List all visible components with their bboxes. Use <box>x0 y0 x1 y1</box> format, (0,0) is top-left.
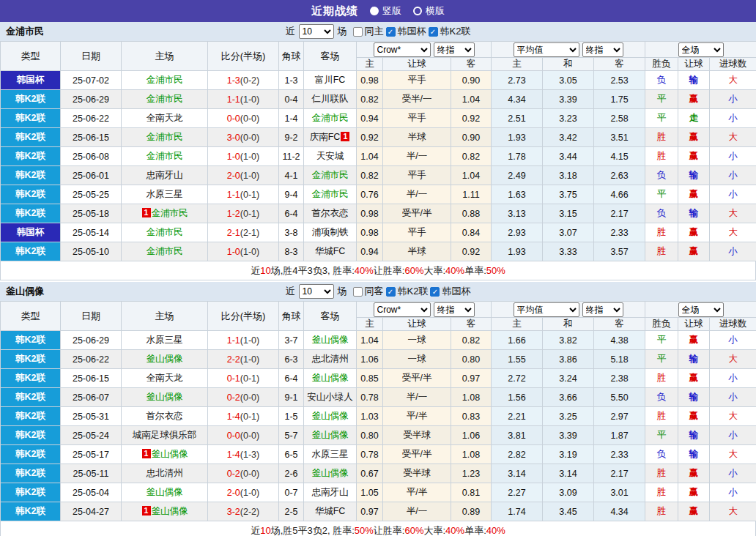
fulltime-score: 0-2 <box>227 469 240 479</box>
home-team-cell: 1釜山偶像 <box>122 445 208 464</box>
summary-part: 近 <box>251 264 260 278</box>
col-header-crow-handicap: 让球 <box>383 58 451 71</box>
home-team-cell: 忠北清州 <box>122 464 208 483</box>
score-cell: 1-3(0-2) <box>208 71 279 90</box>
full-match-select[interactable]: 全场 <box>678 42 724 57</box>
horizontal-radio[interactable] <box>413 7 422 15</box>
avg-away-cell: 4.15 <box>594 147 645 166</box>
fulltime-score: 1-2 <box>227 209 240 219</box>
header-row-selects: 类型日期主场比分(半场)角球客场Crow*终指平均值终指全场 <box>1 42 756 58</box>
fulltime-score: 3-0 <box>227 133 240 143</box>
table-row: 韩K2联25-05-10金浦市民1-0(1-0)8-3华城FC0.94半球0.9… <box>1 242 756 261</box>
odds-away-cell: 1.23 <box>451 464 492 483</box>
date-cell: 25-05-14 <box>61 223 122 242</box>
odds-away-cell: 0.81 <box>451 483 492 502</box>
odds-home-cell: 1.06 <box>357 350 383 369</box>
col-header-away: 客场 <box>304 42 357 71</box>
match-count-select[interactable]: 10 <box>299 24 334 39</box>
table-row: 韩K2联25-06-01忠南牙山2-0(1-0)4-1金浦市民0.82平手1.0… <box>1 166 756 185</box>
col-header-date: 日期 <box>61 42 122 71</box>
team-name-text: 安山小绿人 <box>307 392 353 402</box>
competition-checkbox[interactable]: ✓ <box>429 27 438 37</box>
avg-company-select[interactable]: 平均值 <box>514 42 579 57</box>
avg-select-group: 平均值终指 <box>492 42 645 58</box>
table-row: 韩国杯25-07-02金浦市民1-3(0-2)1-3富川FC0.98平手0.90… <box>1 71 756 90</box>
odds-home-cell: 0.76 <box>357 185 383 204</box>
filter-bar: 近10场同主✓韩国杯✓韩K2联 <box>286 24 471 39</box>
avg-final-select[interactable]: 终指 <box>582 302 623 317</box>
competition-checkbox[interactable]: ✓ <box>386 27 396 37</box>
result-handicap-cell: 赢 <box>678 464 710 483</box>
avg-home-cell: 1.74 <box>492 502 543 521</box>
halftime-score: (0-0) <box>240 113 259 124</box>
table-row: 韩K2联25-05-31首尔衣恋1-4(0-1)1-5釜山偶像1.03平/半0.… <box>1 407 756 426</box>
fulltime-score: 0-2 <box>227 392 240 403</box>
avg-draw-cell: 3.44 <box>543 147 594 166</box>
full-match-select[interactable]: 全场 <box>678 302 724 317</box>
col-header-score: 比分(半场) <box>208 42 279 71</box>
competition-checkbox[interactable]: ✓ <box>430 287 440 297</box>
team-name-text: 城南足球俱乐部 <box>133 430 197 440</box>
avg-home-cell: 2.51 <box>492 109 543 128</box>
result-winloss-cell: 胜 <box>645 464 678 483</box>
league-type-cell: 韩K2联 <box>1 242 61 261</box>
crow-company-select[interactable]: Crow* <box>374 302 431 317</box>
result-goals-cell: 大 <box>710 502 756 521</box>
same-venue-checkbox[interactable] <box>353 287 363 297</box>
away-team-cell: 华城FC <box>304 242 357 261</box>
halftime-score: (1-0) <box>240 247 259 257</box>
corner-cell: 6-4 <box>279 204 304 223</box>
crow-final-select[interactable]: 终指 <box>434 302 475 317</box>
same-venue-label: 同主 <box>365 25 384 38</box>
team-name-text: 金浦市民 <box>147 132 183 142</box>
col-header-avg-away: 客 <box>594 318 645 331</box>
section-header: 金浦市民近10场同主✓韩国杯✓韩K2联 <box>0 22 756 41</box>
corner-cell: 1-4 <box>279 109 304 128</box>
crow-final-select[interactable]: 终指 <box>434 42 475 57</box>
matches-label: 场 <box>338 25 347 38</box>
avg-final-select[interactable]: 终指 <box>582 42 623 57</box>
odds-handicap-cell: 半球 <box>383 242 451 261</box>
score-cell: 1-4(0-1) <box>208 407 279 426</box>
match-count-select[interactable]: 10 <box>299 284 334 299</box>
result-handicap-cell: 赢 <box>678 331 710 350</box>
table-row: 韩K2联25-06-08金浦市民1-0(1-0)11-2天安城1.04半/一0.… <box>1 147 756 166</box>
halftime-score: (1-0) <box>240 171 259 181</box>
league-type-cell: 韩K2联 <box>1 407 61 426</box>
odds-home-cell: 0.78 <box>357 388 383 407</box>
odds-handicap-cell: 半球 <box>383 128 451 147</box>
league-type-cell: 韩K2联 <box>1 331 61 350</box>
avg-home-cell: 2.21 <box>492 407 543 426</box>
summary-part: 场,胜4平3负3, 胜率: <box>271 264 355 278</box>
league-type-cell: 韩K2联 <box>1 204 61 223</box>
halftime-score: (1-0) <box>240 354 259 365</box>
same-venue-checkbox[interactable] <box>353 27 363 37</box>
odds-home-cell: 1.03 <box>357 407 383 426</box>
team-name-text: 金浦市民 <box>147 94 183 104</box>
crow-company-select[interactable]: Crow* <box>374 42 431 57</box>
avg-draw-cell: 3.15 <box>543 204 594 223</box>
team-name-text: 金浦市民 <box>147 246 183 256</box>
vertical-radio[interactable] <box>370 7 379 15</box>
fulltime-score: 1-3 <box>227 75 240 86</box>
avg-away-cell: 2.17 <box>594 464 645 483</box>
result-goals-cell: 小 <box>710 388 756 407</box>
avg-away-cell: 3.51 <box>594 128 645 147</box>
odds-away-cell: 0.92 <box>451 242 492 261</box>
avg-company-select[interactable]: 平均值 <box>514 302 579 317</box>
summary-part: 场,胜5平3负2, 胜率: <box>271 524 355 536</box>
home-team-cell: 全南天龙 <box>122 369 208 388</box>
date-cell: 25-06-15 <box>61 128 122 147</box>
odds-handicap-cell: 平/半 <box>383 483 451 502</box>
table-row: 韩K2联25-05-24城南足球俱乐部0-0(0-0)5-7釜山偶像0.80受半… <box>1 426 756 445</box>
odds-away-cell: 0.97 <box>451 369 492 388</box>
summary-part: 单率: <box>464 264 486 278</box>
layout-option-vertical: 竖版 <box>370 4 401 18</box>
score-cell: 2-0(1-0) <box>208 166 279 185</box>
competition-checkbox[interactable]: ✓ <box>386 287 396 297</box>
avg-draw-cell: 3.75 <box>543 185 594 204</box>
date-cell: 25-06-01 <box>61 166 122 185</box>
rank-badge: 1 <box>142 208 151 217</box>
team-name-text: 忠北清州 <box>312 354 349 364</box>
halftime-score: (0-1) <box>240 209 259 219</box>
